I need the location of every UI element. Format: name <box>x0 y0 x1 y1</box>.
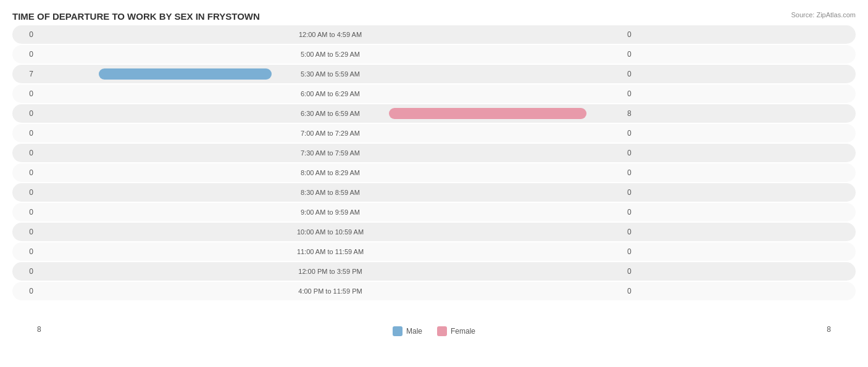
source-label: Source: ZipAtlas.com <box>791 11 856 19</box>
male-value: 7 <box>12 70 37 78</box>
female-bar <box>389 108 586 119</box>
female-value: 0 <box>624 149 648 157</box>
time-label: 9:00 AM to 9:59 AM <box>272 208 389 216</box>
legend-female-label: Female <box>451 327 475 336</box>
male-bar-wrap <box>37 187 272 198</box>
time-label: 5:00 AM to 5:29 AM <box>272 51 389 58</box>
legend-male-box <box>393 326 403 336</box>
female-value: 0 <box>624 50 648 59</box>
female-bar-wrap <box>389 128 624 139</box>
time-label: 4:00 PM to 11:59 PM <box>272 287 389 295</box>
female-bar-wrap <box>389 29 624 40</box>
legend-female-box <box>437 326 447 336</box>
male-value: 0 <box>12 208 37 216</box>
legend-female: Female <box>437 326 475 336</box>
male-bar-wrap <box>37 246 272 257</box>
female-value: 0 <box>624 188 648 197</box>
male-value: 0 <box>12 149 37 157</box>
male-bar-wrap <box>37 68 272 80</box>
female-bar-wrap <box>389 167 624 178</box>
chart-row: 0 8:00 AM to 8:29 AM 0 <box>12 163 856 182</box>
female-bar-wrap <box>389 266 624 277</box>
time-label: 12:00 AM to 4:59 AM <box>272 31 389 38</box>
female-bar-wrap <box>389 108 624 119</box>
axis-right-val: 8 <box>827 325 831 336</box>
time-label: 12:00 PM to 3:59 PM <box>272 268 389 275</box>
male-value: 0 <box>12 50 37 59</box>
chart-title: TIME OF DEPARTURE TO WORK BY SEX IN FRYS… <box>12 11 856 22</box>
male-value: 0 <box>12 188 37 197</box>
time-label: 8:00 AM to 8:29 AM <box>272 169 389 176</box>
male-value: 0 <box>12 109 37 118</box>
chart-row: 0 5:00 AM to 5:29 AM 0 <box>12 45 856 64</box>
female-value: 0 <box>624 267 648 276</box>
female-value: 0 <box>624 208 648 216</box>
female-value: 0 <box>624 89 648 98</box>
female-bar-wrap <box>389 246 624 257</box>
chart-area: 0 12:00 AM to 4:59 AM 0 0 5:00 AM to 5:2… <box>12 25 856 323</box>
axis-left-val: 8 <box>37 325 41 336</box>
female-bar-wrap <box>389 286 624 297</box>
female-bar-wrap <box>389 49 624 60</box>
male-bar-wrap <box>37 286 272 297</box>
female-value: 0 <box>624 168 648 177</box>
female-bar-wrap <box>389 68 624 80</box>
male-value: 0 <box>12 89 37 98</box>
female-value: 8 <box>624 109 648 118</box>
male-bar-wrap <box>37 207 272 218</box>
chart-row: 0 10:00 AM to 10:59 AM 0 <box>12 223 856 241</box>
female-value: 0 <box>624 287 648 295</box>
chart-row: 0 7:30 AM to 7:59 AM 0 <box>12 144 856 162</box>
chart-row: 0 8:30 AM to 8:59 AM 0 <box>12 183 856 202</box>
male-bar-wrap <box>37 266 272 277</box>
male-bar-wrap <box>37 147 272 159</box>
male-bar-wrap <box>37 128 272 139</box>
chart-row: 7 5:30 AM to 5:59 AM 0 <box>12 65 856 83</box>
male-value: 0 <box>12 168 37 177</box>
legend-male-label: Male <box>406 327 422 336</box>
female-value: 0 <box>624 247 648 256</box>
female-bar-wrap <box>389 187 624 198</box>
female-bar-wrap <box>389 88 624 99</box>
female-value: 0 <box>624 129 648 138</box>
female-value: 0 <box>624 70 648 78</box>
male-value: 0 <box>12 129 37 138</box>
time-label: 7:00 AM to 7:29 AM <box>272 130 389 137</box>
male-value: 0 <box>12 228 37 236</box>
legend: Male Female <box>393 326 475 336</box>
legend-male: Male <box>393 326 422 336</box>
male-bar-wrap <box>37 29 272 40</box>
time-label: 5:30 AM to 5:59 AM <box>272 70 389 78</box>
chart-row: 0 4:00 PM to 11:59 PM 0 <box>12 282 856 300</box>
chart-row: 0 11:00 AM to 11:59 AM 0 <box>12 242 856 261</box>
chart-row: 0 12:00 AM to 4:59 AM 0 <box>12 25 856 44</box>
male-bar <box>99 68 272 80</box>
time-label: 6:30 AM to 6:59 AM <box>272 110 389 117</box>
time-label: 11:00 AM to 11:59 AM <box>272 248 389 255</box>
chart-row: 0 6:00 AM to 6:29 AM 0 <box>12 85 856 103</box>
male-value: 0 <box>12 287 37 295</box>
male-bar-wrap <box>37 108 272 119</box>
time-label: 8:30 AM to 8:59 AM <box>272 189 389 196</box>
time-label: 7:30 AM to 7:59 AM <box>272 149 389 157</box>
male-value: 0 <box>12 247 37 256</box>
male-bar-wrap <box>37 226 272 237</box>
male-bar-wrap <box>37 167 272 178</box>
chart-container: TIME OF DEPARTURE TO WORK BY SEX IN FRYS… <box>0 0 868 367</box>
female-bar-wrap <box>389 226 624 237</box>
female-bar-wrap <box>389 207 624 218</box>
male-value: 0 <box>12 30 37 39</box>
male-value: 0 <box>12 267 37 276</box>
chart-row: 0 6:30 AM to 6:59 AM 8 <box>12 104 856 123</box>
time-label: 6:00 AM to 6:29 AM <box>272 90 389 97</box>
female-bar-wrap <box>389 147 624 159</box>
male-bar-wrap <box>37 88 272 99</box>
female-value: 0 <box>624 228 648 236</box>
chart-row: 0 12:00 PM to 3:59 PM 0 <box>12 262 856 281</box>
chart-row: 0 9:00 AM to 9:59 AM 0 <box>12 203 856 221</box>
chart-row: 0 7:00 AM to 7:29 AM 0 <box>12 124 856 142</box>
female-value: 0 <box>624 30 648 39</box>
axis-bottom: 8 Male Female 8 <box>12 325 856 336</box>
time-label: 10:00 AM to 10:59 AM <box>272 228 389 236</box>
male-bar-wrap <box>37 49 272 60</box>
